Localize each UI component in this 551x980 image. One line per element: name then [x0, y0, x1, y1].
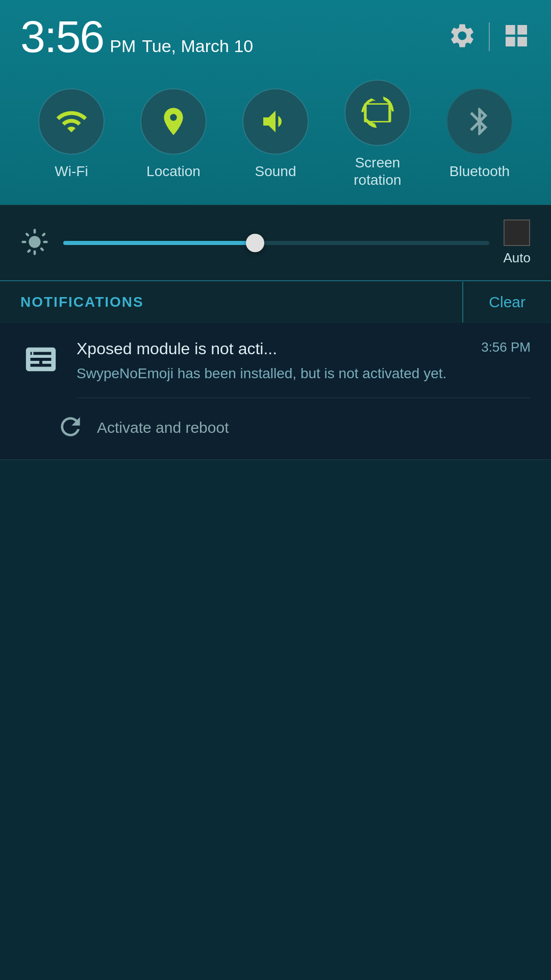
clear-button[interactable]: Clear	[463, 281, 551, 323]
notification-top: Xposed module is not acti... 3:56 PM Swy…	[20, 339, 531, 383]
location-circle	[140, 88, 207, 155]
brightness-slider[interactable]	[63, 241, 489, 245]
brightness-fill	[63, 241, 255, 245]
sound-label: Sound	[255, 163, 296, 180]
wifi-circle	[38, 88, 105, 155]
reboot-icon	[56, 412, 85, 443]
notification-area: Xposed module is not acti... 3:56 PM Swy…	[0, 323, 551, 460]
toggle-sound[interactable]: Sound	[235, 88, 316, 180]
auto-brightness-label: Auto	[504, 250, 531, 266]
toggle-bluetooth[interactable]: Bluetooth	[439, 88, 520, 180]
date-text: Tue, March 10	[142, 36, 253, 56]
quick-toggles: Wi-Fi Location Sound	[20, 75, 531, 205]
status-divider	[489, 22, 490, 51]
screen-rotation-label: Screen rotation	[354, 154, 401, 188]
brightness-thumb	[246, 234, 264, 252]
notification-card: Xposed module is not acti... 3:56 PM Swy…	[0, 323, 551, 398]
empty-background	[0, 460, 551, 970]
notifications-header: NOTIFICATIONS Clear	[0, 280, 551, 323]
status-icons	[448, 21, 531, 52]
time-block: 3:56 PM Tue, March 10	[20, 14, 253, 59]
brightness-icon	[20, 228, 49, 258]
toggle-location[interactable]: Location	[133, 88, 214, 180]
notif-body: SwypeNoEmoji has been installed, but is …	[77, 363, 531, 383]
settings-icon[interactable]	[448, 21, 477, 52]
brightness-row: Auto	[0, 205, 551, 280]
wifi-label: Wi-Fi	[55, 163, 88, 180]
clock-time: 3:56	[20, 14, 104, 59]
screen-rotation-circle	[344, 80, 411, 146]
activate-reboot-action[interactable]: Activate and reboot	[0, 398, 551, 459]
bluetooth-circle	[446, 88, 513, 155]
activate-reboot-label: Activate and reboot	[97, 419, 229, 436]
toggle-wifi[interactable]: Wi-Fi	[31, 88, 112, 180]
sound-circle	[242, 88, 309, 155]
notification-content: Xposed module is not acti... 3:56 PM Swy…	[77, 339, 531, 383]
location-label: Location	[146, 163, 201, 180]
notif-title: Xposed module is not acti...	[77, 339, 481, 358]
grid-icon[interactable]	[502, 21, 531, 52]
toggle-screen-rotation[interactable]: Screen rotation	[337, 80, 418, 188]
bluetooth-label: Bluetooth	[449, 163, 510, 180]
notif-time: 3:56 PM	[481, 339, 531, 355]
auto-brightness-checkbox[interactable]	[504, 219, 530, 246]
xposed-icon	[20, 341, 61, 377]
auto-brightness-block[interactable]: Auto	[504, 219, 531, 266]
notifications-title: NOTIFICATIONS	[0, 282, 462, 323]
notif-title-row: Xposed module is not acti... 3:56 PM	[77, 339, 531, 358]
time-ampm: PM	[110, 36, 136, 56]
